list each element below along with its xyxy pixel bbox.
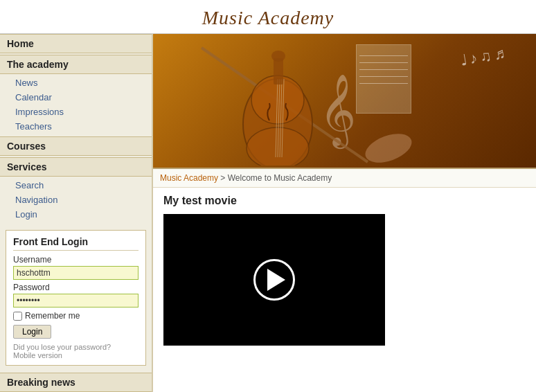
login-button[interactable]: Login [13, 325, 51, 339]
svg-point-10 [271, 51, 285, 62]
site-title: Music Academy [0, 7, 536, 29]
main-content: ♩♪♫♬ 𝄞 [152, 34, 536, 392]
login-links: Did you lose your password? Mobile versi… [13, 343, 139, 359]
breadcrumb: Music Academy > Welcome to Music Academy [153, 169, 536, 188]
services-nav-items: Search Navigation Login [0, 177, 152, 223]
remember-row: Remember me [13, 311, 139, 321]
page-header: Music Academy [0, 0, 536, 34]
play-button[interactable] [253, 259, 295, 301]
sidebar-item-calendar[interactable]: Calendar [0, 90, 152, 105]
forgot-password-link[interactable]: Did you lose your password? [13, 343, 139, 351]
sidebar-item-teachers[interactable]: Teachers [0, 119, 152, 134]
breadcrumb-home-link[interactable]: Music Academy [160, 173, 218, 183]
music-notes-decoration: ♩♪♫♬ [458, 44, 509, 70]
breadcrumb-separator: > [218, 173, 228, 183]
password-input[interactable] [13, 294, 139, 308]
page-content: My test movie [153, 188, 536, 353]
mobile-version-link[interactable]: Mobile version [13, 351, 139, 359]
violin-illustration: 𝄞 [174, 41, 437, 166]
remember-label: Remember me [25, 311, 80, 321]
sidebar-item-news[interactable]: News [0, 75, 152, 90]
hero-banner: ♩♪♫♬ 𝄞 [153, 34, 536, 169]
svg-rect-9 [274, 58, 283, 84]
sidebar: Home The academy News Calendar Impressio… [0, 34, 152, 392]
sidebar-item-search[interactable]: Search [0, 178, 152, 193]
sidebar-section-breaking: Breaking news [0, 373, 152, 392]
sidebar-section-services: Services [0, 157, 152, 177]
sidebar-section-courses: Courses [0, 136, 152, 156]
remember-checkbox[interactable] [13, 312, 22, 321]
svg-text:𝄞: 𝄞 [319, 75, 356, 150]
login-panel-title: Front End Login [13, 236, 139, 251]
username-label: Username [13, 255, 139, 265]
sidebar-item-impressions[interactable]: Impressions [0, 105, 152, 119]
svg-point-4 [247, 127, 309, 166]
academy-nav-items: News Calendar Impressions Teachers [0, 74, 152, 135]
username-input[interactable] [13, 266, 139, 280]
svg-point-11 [361, 128, 416, 166]
video-player[interactable] [163, 214, 385, 346]
sidebar-section-academy: The academy [0, 55, 152, 74]
video-title: My test movie [163, 195, 526, 207]
play-triangle-icon [267, 269, 285, 291]
breadcrumb-current: Welcome to Music Academy [228, 173, 332, 183]
sidebar-item-login[interactable]: Login [0, 207, 152, 222]
password-label: Password [13, 283, 139, 292]
sidebar-item-navigation[interactable]: Navigation [0, 193, 152, 207]
login-panel: Front End Login Username Password Rememb… [6, 230, 146, 366]
sidebar-section-home: Home [0, 34, 152, 53]
